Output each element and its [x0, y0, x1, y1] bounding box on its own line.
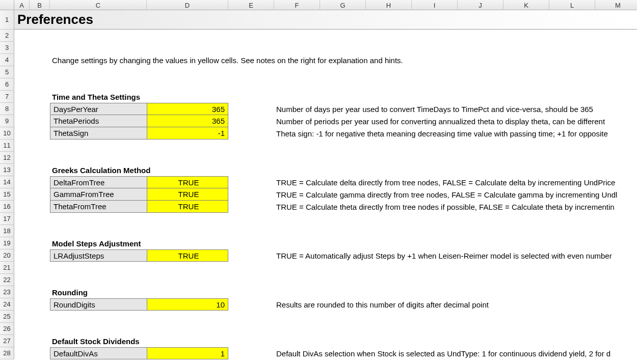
column-header[interactable]: G [320, 0, 366, 10]
row-header[interactable]: 21 [0, 262, 14, 274]
row-header[interactable]: 17 [0, 213, 14, 225]
row-header[interactable]: 8 [0, 103, 14, 115]
column-header[interactable]: C [50, 0, 147, 10]
row-header[interactable]: 19 [0, 237, 14, 249]
column-header[interactable]: E [228, 0, 274, 10]
row-header[interactable]: 5 [0, 66, 14, 78]
setting-label: RoundDigits [50, 298, 147, 311]
row-header[interactable]: 6 [0, 78, 14, 91]
setting-value-cell[interactable]: 365 [147, 103, 228, 115]
setting-note: TRUE = Automatically adjust Steps by +1 … [274, 249, 637, 262]
setting-note: TRUE = Calculate theta directly from tre… [274, 201, 637, 213]
column-header[interactable]: L [549, 0, 595, 10]
row-header[interactable]: 24 [0, 298, 14, 311]
grid-area: Preferences Change settings by changing … [14, 10, 637, 364]
setting-value-cell[interactable]: TRUE [147, 188, 228, 201]
row-header[interactable]: 7 [0, 91, 14, 103]
row-header[interactable]: 18 [0, 225, 14, 237]
column-headers: ABCDEFGHIJKLMN [14, 0, 637, 10]
row-header[interactable]: 10 [0, 127, 14, 139]
column-header[interactable]: H [366, 0, 412, 10]
setting-value-cell[interactable]: 365 [147, 115, 228, 127]
setting-label: DefaultDivAs [50, 347, 147, 359]
section-heading-model: Model Steps Adjustment [50, 237, 274, 249]
column-header[interactable]: J [458, 0, 503, 10]
section-heading-rounding: Rounding [50, 286, 274, 298]
column-header[interactable]: D [147, 0, 228, 10]
row-header[interactable]: 20 [0, 249, 14, 262]
setting-label: GammaFromTree [50, 188, 147, 201]
section-heading-greeks: Greeks Calculation Method [50, 164, 274, 176]
row-header[interactable]: 28 [0, 347, 14, 359]
setting-value-cell[interactable]: TRUE [147, 201, 228, 213]
setting-value-cell[interactable]: -1 [147, 127, 228, 139]
row-header[interactable]: 26 [0, 323, 14, 335]
setting-note: Default DivAs selection when Stock is se… [274, 347, 637, 359]
row-header[interactable]: 13 [0, 164, 14, 176]
column-header[interactable]: B [30, 0, 50, 10]
setting-label: ThetaFromTree [50, 201, 147, 213]
column-header[interactable]: F [274, 0, 320, 10]
row-header[interactable]: 14 [0, 176, 14, 188]
setting-value-cell[interactable]: 1 [147, 347, 228, 359]
column-header[interactable]: A [14, 0, 30, 10]
column-header[interactable]: I [412, 0, 458, 10]
setting-label: LRAdjustSteps [50, 249, 147, 262]
page-title: Preferences [14, 10, 637, 30]
setting-label: DaysPerYear [50, 103, 147, 115]
row-header[interactable]: 11 [0, 139, 14, 152]
row-headers: 1234567891011121314151617181920212223242… [0, 10, 14, 359]
setting-note: TRUE = Calculate gamma directly from tre… [274, 188, 637, 201]
row-header[interactable]: 12 [0, 152, 14, 164]
spreadsheet: ABCDEFGHIJKLMN 1234567891011121314151617… [0, 0, 637, 364]
column-header[interactable]: M [595, 0, 637, 10]
row-header[interactable]: 4 [0, 54, 14, 66]
row-header[interactable]: 15 [0, 188, 14, 201]
setting-label: ThetaPeriods [50, 115, 147, 127]
row-header[interactable]: 22 [0, 274, 14, 286]
setting-value-cell[interactable]: TRUE [147, 249, 228, 262]
setting-note: Number of days per year used to convert … [274, 103, 637, 115]
header-corner[interactable] [0, 0, 14, 10]
row-header[interactable]: 16 [0, 201, 14, 213]
setting-label: DeltaFromTree [50, 176, 147, 188]
intro-text: Change settings by changing the values i… [50, 54, 637, 66]
setting-note: Number of periods per year used for conv… [274, 115, 637, 127]
setting-label: ThetaSign [50, 127, 147, 139]
setting-value-cell[interactable]: TRUE [147, 176, 228, 188]
section-heading-dividends: Default Stock Dividends [50, 335, 274, 347]
row-header[interactable]: 2 [0, 30, 14, 42]
row-header[interactable]: 25 [0, 311, 14, 323]
row-header[interactable]: 23 [0, 286, 14, 298]
setting-note: TRUE = Calculate delta directly from tre… [274, 176, 637, 188]
column-header[interactable]: K [503, 0, 549, 10]
setting-note: Theta sign: -1 for negative theta meanin… [274, 127, 637, 139]
row-header[interactable]: 1 [0, 10, 14, 30]
setting-value-cell[interactable]: 10 [147, 298, 228, 311]
row-header[interactable]: 9 [0, 115, 14, 127]
row-header[interactable]: 27 [0, 335, 14, 347]
setting-note: Results are rounded to this number of di… [274, 298, 637, 311]
row-header[interactable]: 3 [0, 42, 14, 54]
section-heading-time: Time and Theta Settings [50, 91, 274, 103]
